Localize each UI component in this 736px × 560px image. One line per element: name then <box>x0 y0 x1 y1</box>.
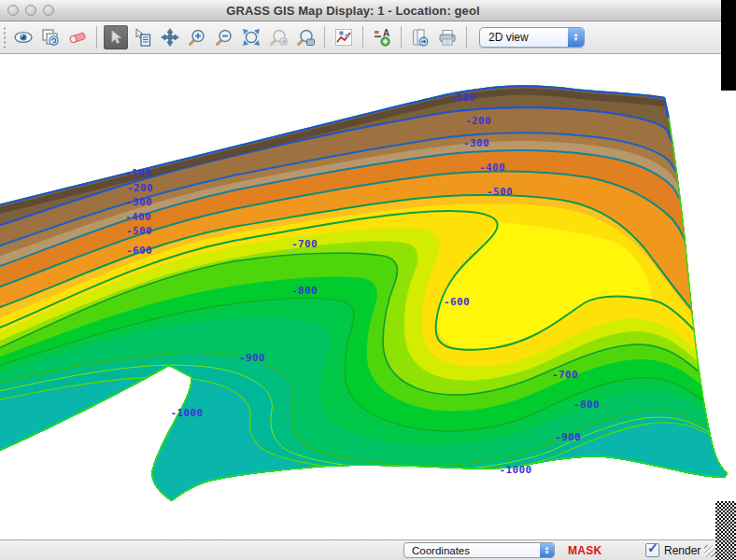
contour-label: -300 <box>126 196 152 208</box>
query-icon <box>133 27 153 48</box>
toolbar-separator <box>96 26 97 49</box>
zoom-in-icon <box>187 27 207 48</box>
view-mode-dropdown[interactable]: 2D view ▲▼ <box>479 27 585 48</box>
add-text-icon: A <box>372 27 392 48</box>
mask-indicator: MASK <box>568 544 602 557</box>
zoom-in-button[interactable] <box>185 25 209 49</box>
contour-label: -900 <box>555 431 581 443</box>
pan-icon <box>160 27 180 48</box>
contour-label: -200 <box>465 115 491 127</box>
contour-label: -500 <box>126 225 152 237</box>
desktop-black-strip <box>721 0 736 91</box>
zoom-extent-button[interactable] <box>239 25 263 49</box>
contour-label: -1000 <box>170 407 203 419</box>
desktop-noise-pattern <box>715 501 736 560</box>
erase-display-button[interactable] <box>65 25 90 49</box>
display-map-button[interactable] <box>11 25 35 49</box>
zoom-menu-icon <box>295 27 316 48</box>
toolbar-grip[interactable] <box>2 25 7 49</box>
contour-map: -100-200-300-400-500-100-200-300-400-500… <box>0 55 736 539</box>
dropdown-stepper-icon: ▲▼ <box>540 543 554 557</box>
contour-label: -200 <box>127 182 153 194</box>
eye-icon <box>13 27 34 48</box>
contour-label: -1000 <box>499 464 531 476</box>
contour-label: -100 <box>125 167 151 179</box>
render-checkbox-label: Render <box>664 544 701 557</box>
contour-label: -400 <box>479 161 505 174</box>
save-file-icon <box>410 27 431 48</box>
contour-bands <box>0 56 736 539</box>
statusbar: Coordinates ▲▼ MASK ✓ Render <box>0 539 736 560</box>
contour-label: -900 <box>239 352 265 364</box>
toolbar-separator <box>362 26 363 49</box>
toolbar-separator <box>466 26 467 49</box>
map-display-area[interactable]: -100-200-300-400-500-100-200-300-400-500… <box>0 55 736 539</box>
printer-icon <box>437 27 458 48</box>
toolbar-separator <box>401 26 402 49</box>
save-display-button[interactable] <box>408 25 432 49</box>
statusbar-mode-dropdown[interactable]: Coordinates ▲▼ <box>403 542 555 558</box>
query-button[interactable] <box>131 25 155 49</box>
render-icon <box>40 27 61 48</box>
render-map-button[interactable] <box>38 25 63 49</box>
toolbar: A 2D view ▲▼ <box>0 21 721 54</box>
add-overlay-button[interactable]: A <box>370 25 394 49</box>
zoom-back-icon <box>268 27 289 48</box>
svg-text:A: A <box>383 28 389 38</box>
pan-button[interactable] <box>158 25 182 49</box>
contour-label: -800 <box>573 399 600 411</box>
statusbar-mode-value: Coordinates <box>412 545 534 556</box>
zoom-extent-icon <box>241 27 262 48</box>
checkmark-icon: ✓ <box>647 540 658 555</box>
grass-map-display-window: GRASS GIS Map Display: 1 - Location: geo… <box>0 0 736 560</box>
contour-label: -100 <box>449 91 475 104</box>
zoom-out-icon <box>214 27 234 48</box>
contour-label: -700 <box>291 238 318 250</box>
contour-label: -600 <box>444 296 470 308</box>
toolbar-separator <box>324 26 325 49</box>
contour-label: -800 <box>291 285 318 297</box>
chart-icon <box>333 27 354 48</box>
print-display-button[interactable] <box>435 25 460 49</box>
zoom-back-button[interactable] <box>266 25 290 49</box>
dropdown-stepper-icon: ▲▼ <box>568 28 584 47</box>
contour-label: -400 <box>125 211 151 223</box>
contour-label: -500 <box>487 186 513 198</box>
contour-label: -700 <box>552 369 578 381</box>
window-title: GRASS GIS Map Display: 1 - Location: geo… <box>0 4 706 18</box>
pointer-button[interactable] <box>104 25 128 49</box>
contour-label: -600 <box>126 245 152 257</box>
render-checkbox[interactable]: ✓ <box>645 543 659 557</box>
zoom-out-button[interactable] <box>212 25 236 49</box>
eraser-icon <box>67 27 88 48</box>
titlebar: GRASS GIS Map Display: 1 - Location: geo… <box>0 0 721 21</box>
contour-label: -300 <box>463 137 489 149</box>
zoom-menu-button[interactable] <box>293 25 318 49</box>
pointer-icon <box>106 27 126 48</box>
view-mode-value: 2D view <box>488 31 562 44</box>
analyze-button[interactable] <box>332 25 356 49</box>
